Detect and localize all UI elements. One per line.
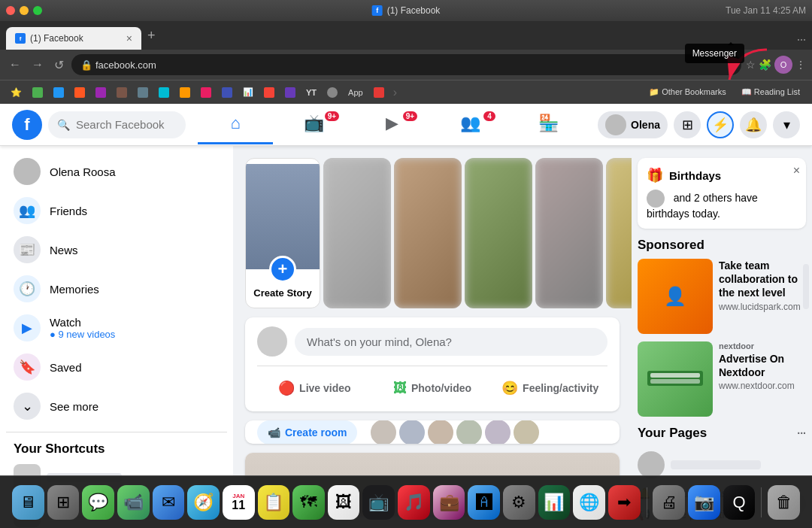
reading-list-folder[interactable]: 📖 Reading List — [735, 86, 806, 99]
bookmark-item[interactable] — [175, 86, 195, 99]
bookmark-item[interactable] — [323, 86, 342, 99]
dock-systemprefs[interactable]: ⚙ — [503, 485, 535, 520]
dock-zoom[interactable]: 📷 — [688, 485, 720, 520]
pages-more-button[interactable]: ··· — [797, 427, 806, 439]
nav-video[interactable]: ▶ 9+ — [354, 105, 429, 144]
sidebar-item-see-more[interactable]: ⌄ See more — [6, 387, 227, 426]
dock-excel[interactable]: 📊 — [538, 485, 571, 520]
bookmark-item[interactable] — [70, 86, 89, 99]
story-card-3[interactable] — [465, 158, 532, 308]
sidebar-item-saved[interactable]: 🔖 Saved — [6, 347, 227, 387]
bookmark-item[interactable] — [28, 86, 47, 99]
sidebar-item-friends[interactable]: 👥 Friends — [6, 191, 227, 230]
dock-launchpad[interactable]: ⊞ — [47, 485, 80, 520]
chrome-menu-icon[interactable]: ⋮ — [795, 59, 806, 71]
dock-notes[interactable]: 📋 — [258, 485, 290, 520]
messenger-button[interactable]: ⚡ — [707, 111, 734, 138]
user-menu-button[interactable]: Olena — [598, 111, 668, 138]
bookmark-item[interactable] — [91, 86, 111, 99]
back-button[interactable]: ← — [6, 55, 24, 74]
ad-card-2[interactable]: nextdoor Advertise On Nextdoor www.nextd… — [638, 341, 806, 417]
create-story-plus-button[interactable]: + — [269, 256, 296, 283]
other-bookmarks-folder[interactable]: 📁 Other Bookmarks — [643, 86, 732, 99]
nav-watch[interactable]: 📺 9+ — [276, 105, 351, 144]
dock-maps[interactable]: 🗺 — [292, 485, 325, 520]
dock-finder[interactable]: 🖥 — [12, 485, 44, 520]
dock-mail[interactable]: ✉ — [153, 485, 185, 520]
bookmark-item[interactable] — [112, 86, 132, 99]
nav-marketplace[interactable]: 🏪 — [511, 105, 586, 144]
bookmark-item[interactable] — [196, 86, 216, 99]
title-bar-controls: Tue Jan 11 4:25 AM — [726, 5, 806, 16]
close-window-button[interactable] — [6, 6, 15, 15]
bookmark-item[interactable]: YT — [301, 86, 321, 99]
sidebar-item-watch[interactable]: ▶ Watch ● 9 new videos — [6, 308, 227, 347]
sidebar-item-memories[interactable]: 🕐 Memories — [6, 269, 227, 308]
new-tab-button[interactable]: + — [147, 28, 156, 44]
sidebar-item-profile[interactable]: Olena Roosa — [6, 152, 227, 191]
bookmark-item[interactable] — [280, 86, 300, 99]
dock-facetime[interactable]: 📹 — [117, 485, 150, 520]
account-menu-button[interactable]: ▾ — [773, 111, 800, 138]
sidebar-divider — [6, 432, 227, 432]
bookmark-item[interactable] — [133, 86, 153, 99]
window-control[interactable]: ⋯ — [797, 35, 806, 45]
dock-safari[interactable]: 🧭 — [187, 485, 220, 520]
dock-printer[interactable]: 🖨 — [653, 485, 685, 520]
minimize-window-button[interactable] — [20, 6, 29, 15]
live-video-button[interactable]: 🔴 Live video — [257, 374, 372, 402]
bookmark-item[interactable] — [259, 86, 279, 99]
story-card-4[interactable] — [535, 158, 603, 308]
page-avatar-1 — [638, 451, 665, 478]
dock-trash[interactable]: 🗑 — [768, 485, 800, 520]
bookmark-item[interactable]: 📊 — [238, 86, 258, 99]
search-box[interactable]: 🔍 — [48, 111, 186, 138]
address-input[interactable]: 🔒 facebook.com — [71, 54, 741, 75]
extensions-icon[interactable]: 🧩 — [759, 59, 771, 71]
notifications-button[interactable]: 🔔 — [740, 111, 767, 138]
nav-home[interactable]: ⌂ — [198, 105, 273, 144]
facebook-logo[interactable]: f — [12, 110, 42, 140]
story-card-1[interactable] — [323, 158, 391, 308]
birthday-close-button[interactable]: × — [793, 164, 800, 178]
active-tab[interactable]: f (1) Facebook × — [6, 27, 141, 50]
maximize-window-button[interactable] — [33, 6, 42, 15]
dock-photos[interactable]: 🖼 — [328, 485, 360, 520]
apps-button[interactable]: ⊞ — [674, 111, 701, 138]
profile-icon[interactable]: O — [774, 56, 792, 74]
feeling-activity-button[interactable]: 😊 Feeling/activity — [492, 374, 607, 402]
story-card-5[interactable]: › — [606, 158, 632, 308]
see-more-icon: ⌄ — [14, 393, 41, 420]
bookmark-item[interactable]: App — [344, 86, 368, 99]
forward-button[interactable]: → — [29, 55, 47, 74]
dock-slack[interactable]: 💼 — [433, 485, 465, 520]
dock-chrome[interactable]: 🌐 — [573, 485, 605, 520]
create-room-button[interactable]: 📹 Create room — [257, 420, 357, 444]
photo-video-button[interactable]: 🖼 Photo/video — [375, 374, 490, 402]
bookmark-item[interactable] — [217, 86, 237, 99]
reload-button[interactable]: ↺ — [51, 55, 67, 75]
nav-people[interactable]: 👥 4 — [432, 105, 508, 144]
dock-music[interactable]: 🎵 — [398, 485, 430, 520]
sidebar-item-news[interactable]: 📰 News — [6, 230, 227, 269]
composer-input[interactable]: What's on your mind, Olena? — [295, 328, 607, 356]
tab-close-button[interactable]: × — [126, 32, 132, 44]
scrollbar-thumb[interactable] — [803, 264, 809, 309]
dock-calendar[interactable]: JAN 11 — [223, 485, 255, 520]
dock-paste[interactable]: ➡ — [608, 485, 641, 520]
bookmark-item[interactable] — [49, 86, 68, 99]
ad-card-1[interactable]: 👤 Take team collaboration to the next le… — [638, 259, 806, 334]
bookmark-item[interactable]: ⭐ — [6, 86, 26, 99]
bookmark-star-icon[interactable]: ☆ — [746, 59, 756, 71]
dock-appletv[interactable]: 📺 — [362, 485, 395, 520]
dock-messages[interactable]: 💬 — [82, 485, 114, 520]
story-card-2[interactable] — [394, 158, 462, 308]
create-story-card[interactable]: + Create Story — [245, 158, 320, 308]
bookmark-item[interactable] — [154, 86, 174, 99]
bookmark-item[interactable] — [369, 86, 389, 99]
tab-title: (1) Facebook — [30, 33, 122, 44]
dock-appstore[interactable]: 🅰 — [468, 485, 500, 520]
search-input[interactable] — [76, 118, 177, 131]
story-image-5 — [606, 158, 632, 308]
dock-quicktime[interactable]: Q — [723, 485, 756, 520]
